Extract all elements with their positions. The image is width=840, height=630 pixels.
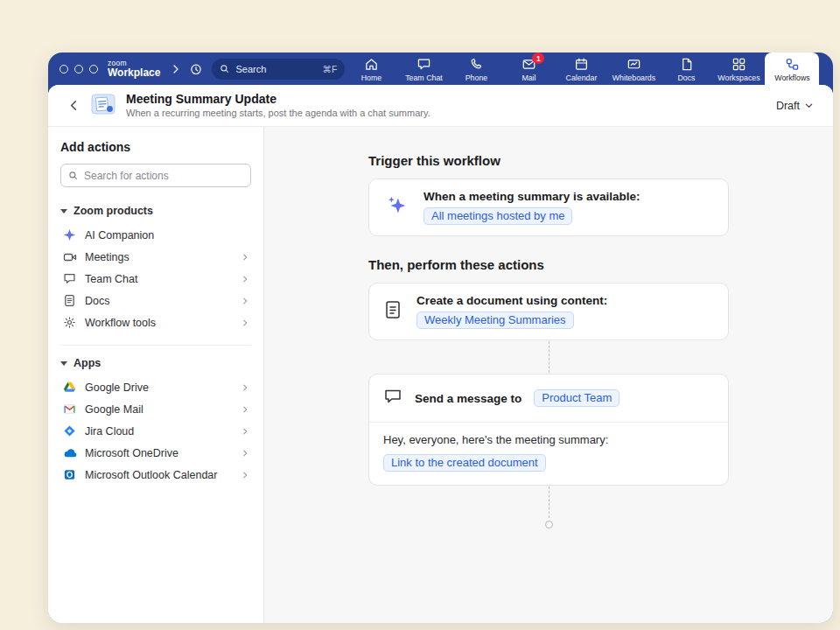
sidebar-section-apps: Apps Google Drive Google Mail <box>60 345 251 486</box>
chevron-right-icon <box>241 253 249 262</box>
workspaces-icon <box>732 57 746 72</box>
message-body-text: Hey, everyone, here's the meeting summar… <box>383 433 714 446</box>
whiteboard-icon <box>626 57 641 72</box>
search-shortcut: ⌘F <box>323 64 338 74</box>
chevron-right-icon <box>241 427 249 436</box>
collapse-caret-icon <box>60 361 67 366</box>
chevron-right-icon <box>241 318 249 327</box>
sidebar-title: Add actions <box>60 140 251 154</box>
workflow-title-block: Meeting Summary Update When a recurring … <box>126 92 430 120</box>
create-document-text: Create a document using content: <box>416 294 607 307</box>
chevron-right-icon <box>241 449 249 458</box>
document-icon <box>62 294 77 307</box>
chat-bubble-icon <box>62 272 77 285</box>
home-icon <box>364 57 379 72</box>
jira-icon <box>62 424 77 438</box>
nav-tab-calendar[interactable]: Calendar <box>555 52 607 85</box>
sidebar-section-zoom-products: Zoom products AI Companion Meetings <box>60 205 251 333</box>
page-title: Meeting Summary Update <box>126 92 430 107</box>
document-content-chip[interactable]: Weekly Meeting Summaries <box>416 312 574 329</box>
document-icon <box>383 300 402 323</box>
gear-icon <box>62 316 77 329</box>
chevron-right-icon <box>241 471 249 480</box>
search-icon <box>220 64 230 74</box>
chevron-left-icon <box>67 99 80 112</box>
trigger-heading: Trigger this workflow <box>368 153 729 168</box>
sidebar-item-ai-companion[interactable]: AI Companion <box>60 224 251 246</box>
chevron-right-icon[interactable] <box>171 64 181 74</box>
back-button[interactable] <box>67 99 80 112</box>
create-document-card[interactable]: Create a document using content: Weekly … <box>368 283 729 340</box>
draft-status-dropdown[interactable]: Draft <box>776 100 814 112</box>
logo-line2: Workplace <box>108 67 160 78</box>
actions-search[interactable] <box>60 164 251 187</box>
history-icon[interactable] <box>189 62 203 76</box>
nav-tabs: Home Team Chat Phone 1 Mail Calendar <box>345 52 833 85</box>
actions-heading: Then, perform these actions <box>368 257 729 272</box>
nav-tab-more[interactable]: More <box>819 52 833 85</box>
zoom-workplace-logo: zoom Workplace <box>108 60 160 79</box>
gmail-icon <box>62 402 77 416</box>
nav-tab-phone[interactable]: Phone <box>450 52 502 85</box>
calendar-icon <box>574 57 589 72</box>
trigger-card[interactable]: When a meeting summary is available: All… <box>368 178 729 236</box>
workflow-connector <box>549 486 550 518</box>
sidebar-item-docs[interactable]: Docs <box>60 290 251 312</box>
workflow-header: Meeting Summary Update When a recurring … <box>48 85 833 127</box>
search-icon <box>68 171 79 181</box>
sidebar-item-microsoft-onedrive[interactable]: Microsoft OneDrive <box>60 442 251 464</box>
sidebar-item-meetings[interactable]: Meetings <box>60 246 251 268</box>
chevron-right-icon <box>241 405 249 414</box>
actions-sidebar: Add actions Zoom products AI C <box>48 127 264 623</box>
nav-tab-whiteboards[interactable]: Whiteboards <box>607 52 660 85</box>
nav-tab-team-chat[interactable]: Team Chat <box>397 52 450 85</box>
chevron-right-icon <box>241 275 249 284</box>
docs-icon <box>679 57 694 72</box>
workflows-icon <box>785 57 800 72</box>
nav-tab-home[interactable]: Home <box>345 52 397 85</box>
google-drive-icon <box>62 381 77 394</box>
section-header-zoom-products[interactable]: Zoom products <box>60 205 251 217</box>
nav-tab-mail[interactable]: 1 Mail <box>502 52 555 85</box>
search-actions-input[interactable] <box>84 170 243 182</box>
sidebar-item-jira-cloud[interactable]: Jira Cloud <box>60 420 251 442</box>
section-header-apps[interactable]: Apps <box>60 357 251 369</box>
send-message-text: Send a message to <box>415 392 522 405</box>
global-search[interactable]: Search ⌘F <box>212 59 345 80</box>
outlook-calendar-icon <box>62 468 77 481</box>
recipient-chip[interactable]: Product Team <box>534 389 620 407</box>
ai-sparkle-icon <box>383 192 410 222</box>
sidebar-item-team-chat[interactable]: Team Chat <box>60 268 251 290</box>
trigger-scope-chip[interactable]: All meetings hosted by me <box>424 207 572 225</box>
workflow-icon <box>91 94 116 118</box>
chevron-right-icon <box>241 297 249 305</box>
collapse-caret-icon <box>60 209 67 214</box>
add-node-endpoint[interactable] <box>545 521 553 528</box>
chevron-down-icon <box>804 101 814 110</box>
message-body: Hey, everyone, here's the meeting summar… <box>369 422 728 485</box>
sidebar-item-google-drive[interactable]: Google Drive <box>60 376 251 398</box>
sidebar-item-google-mail[interactable]: Google Mail <box>60 398 251 420</box>
phone-icon <box>469 57 484 72</box>
search-label: Search <box>235 64 266 74</box>
ai-sparkle-icon <box>62 228 77 242</box>
nav-left-cluster: zoom Workplace Search ⌘F <box>60 52 345 85</box>
trigger-text: When a meeting summary is available: <box>424 190 640 203</box>
workflow-canvas: Trigger this workflow When a meeting sum… <box>264 127 833 623</box>
nav-tab-docs[interactable]: Docs <box>660 52 712 85</box>
app-window: zoom Workplace Search ⌘F Home Team <box>48 52 833 623</box>
send-message-card[interactable]: Send a message to Product Team Hey, ever… <box>368 374 729 486</box>
logo-line1: zoom <box>108 60 160 67</box>
document-link-chip[interactable]: Link to the created document <box>383 454 546 472</box>
sidebar-item-workflow-tools[interactable]: Workflow tools <box>60 312 251 333</box>
window-control-dot[interactable] <box>74 65 83 74</box>
onedrive-icon <box>62 446 77 460</box>
window-control-dot[interactable] <box>60 65 68 74</box>
sidebar-item-microsoft-outlook-calendar[interactable]: Microsoft Outlook Calendar <box>60 464 251 486</box>
nav-tab-workflows[interactable]: Workflows <box>765 52 819 85</box>
workflow-body: Add actions Zoom products AI C <box>48 127 833 623</box>
video-camera-icon <box>62 250 77 264</box>
window-control-dot[interactable] <box>89 65 98 74</box>
nav-tab-workspaces[interactable]: Workspaces <box>712 52 765 85</box>
window-controls <box>60 65 98 74</box>
